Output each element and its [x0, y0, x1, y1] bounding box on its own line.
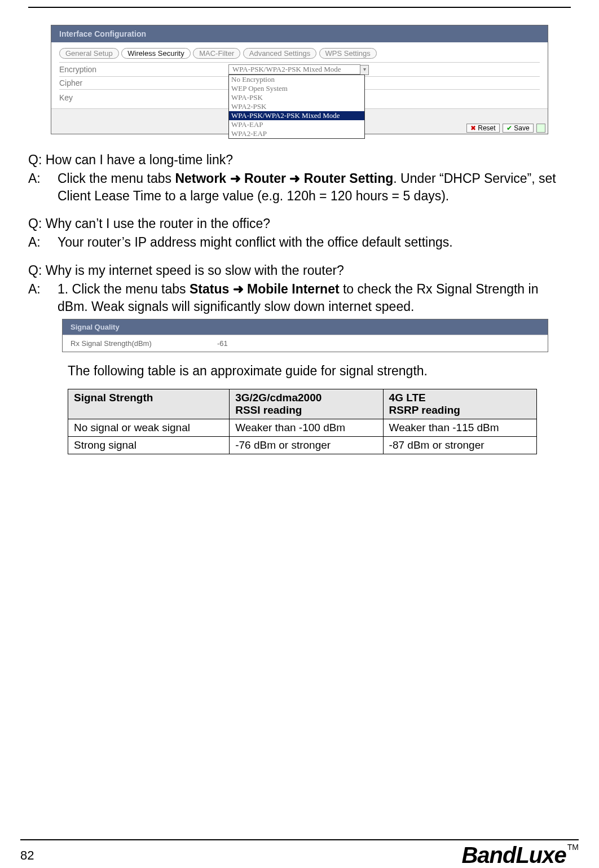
qa-block-1: Q: How can I have a long-time link? A: C… — [28, 151, 571, 205]
panel-title: Interface Configuration — [51, 25, 548, 42]
dropdown-option[interactable]: WPA-PSK — [229, 93, 364, 102]
dropdown-option[interactable]: WPA2-PSK — [229, 102, 364, 111]
rx-signal-value: -61 — [217, 339, 228, 348]
cancel-icon: ✖ — [470, 124, 476, 132]
qa-block-2: Q: Why can’t I use the router in the off… — [28, 215, 571, 251]
encryption-select-value: WPA-PSK/WPA2-PSK Mixed Mode — [232, 65, 341, 73]
encryption-label: Encryption — [59, 65, 228, 74]
table-row: No signal or weak signal Weaker than -10… — [68, 419, 537, 436]
tab-general-setup[interactable]: General Setup — [59, 48, 119, 59]
signal-quality-row: Rx Signal Strength(dBm) -61 — [63, 335, 548, 352]
q3-a-prefix: A: — [28, 280, 58, 315]
dropdown-option[interactable]: WPA-EAP — [229, 120, 364, 129]
q3-question: Q: Why is my internet speed is so slow w… — [28, 262, 571, 279]
reset-button[interactable]: ✖ Reset — [466, 124, 500, 133]
q2-a-prefix: A: — [28, 234, 58, 251]
encryption-select[interactable]: WPA-PSK/WPA2-PSK Mixed Mode ▾ — [228, 64, 360, 74]
th-signal-strength: Signal Strength — [68, 389, 230, 419]
dropdown-option-selected[interactable]: WPA-PSK/WPA2-PSK Mixed Mode — [229, 111, 364, 120]
tabs-row: General Setup Wireless Security MAC-Filt… — [59, 48, 540, 59]
tab-advanced-settings[interactable]: Advanced Settings — [243, 48, 316, 59]
q1-answer: Click the menu tabs Network ➜ Router ➜ R… — [58, 170, 571, 205]
chevron-down-icon[interactable]: ▾ — [360, 65, 369, 75]
tab-mac-filter[interactable]: MAC-Filter — [193, 48, 240, 59]
page-footer: 82 BandLuxeTM — [20, 839, 579, 868]
td: No signal or weak signal — [68, 419, 230, 436]
qa-block-3: Q: Why is my internet speed is so slow w… — [28, 262, 571, 315]
td: Weaker than -100 dBm — [230, 419, 383, 436]
signal-quality-panel: Signal Quality Rx Signal Strength(dBm) -… — [62, 319, 548, 352]
cipher-label: Cipher — [59, 78, 228, 87]
td: Weaker than -115 dBm — [383, 419, 536, 436]
encryption-dropdown: No Encryption WEP Open System WPA-PSK WP… — [228, 74, 365, 139]
dropdown-option[interactable]: WPA2-EAP — [229, 129, 364, 138]
rx-signal-label: Rx Signal Strength(dBm) — [71, 339, 217, 348]
brand-logo: BandLuxeTM — [461, 843, 579, 868]
q1-a-prefix: A: — [28, 170, 58, 205]
q1-question: Q: How can I have a long-time link? — [28, 151, 571, 169]
dropdown-option[interactable]: No Encryption — [229, 75, 364, 84]
guide-text: The following table is an approximate gu… — [68, 363, 571, 379]
td: -76 dBm or stronger — [230, 436, 383, 454]
q2-answer: Your router’s IP address might conflict … — [58, 234, 571, 251]
th-3g-rssi: 3G/2G/cdma2000RSSI reading — [230, 389, 383, 419]
tab-wps-settings[interactable]: WPS Settings — [319, 48, 377, 59]
th-4g-rsrp: 4G LTERSRP reading — [383, 389, 536, 419]
td: Strong signal — [68, 436, 230, 454]
tab-wireless-security[interactable]: Wireless Security — [121, 48, 190, 59]
page-number: 82 — [20, 848, 34, 863]
apply-icon[interactable] — [536, 124, 545, 133]
key-label: Key — [59, 93, 228, 102]
signal-quality-title: Signal Quality — [63, 319, 548, 335]
dropdown-option[interactable]: WEP Open System — [229, 84, 364, 93]
td: -87 dBm or stronger — [383, 436, 536, 454]
top-rule — [28, 7, 571, 8]
check-icon: ✔ — [506, 124, 512, 132]
save-button[interactable]: ✔ Save — [503, 124, 534, 133]
table-row: Strong signal -76 dBm or stronger -87 dB… — [68, 436, 537, 454]
signal-strength-table: Signal Strength 3G/2G/cdma2000RSSI readi… — [68, 389, 537, 454]
q3-answer: 1. Click the menu tabs Status ➜ Mobile I… — [58, 280, 571, 315]
footer-rule — [20, 839, 579, 840]
q2-question: Q: Why can’t I use the router in the off… — [28, 215, 571, 233]
interface-config-panel: Interface Configuration General Setup Wi… — [51, 25, 548, 134]
row-encryption: Encryption WPA-PSK/WPA2-PSK Mixed Mode ▾… — [59, 62, 540, 76]
